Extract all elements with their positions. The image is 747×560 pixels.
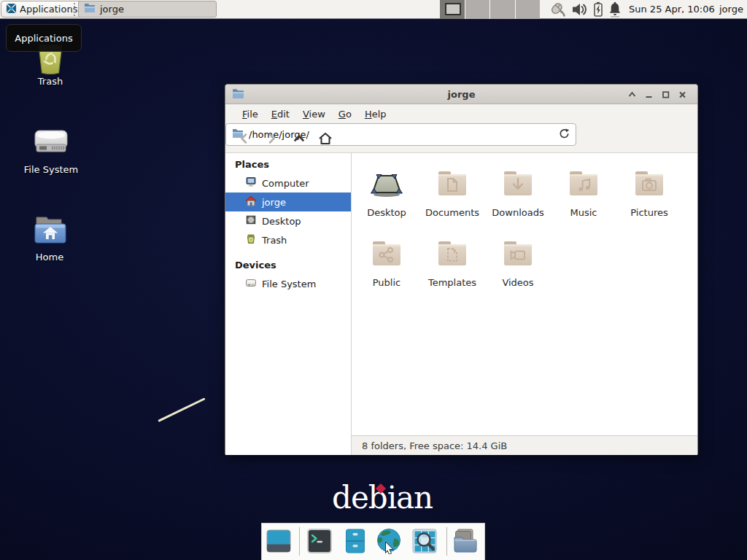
terminal-emulator-icon[interactable] bbox=[306, 528, 333, 554]
sidebar-item-trash[interactable]: Trash bbox=[225, 230, 351, 249]
show-desktop-icon[interactable] bbox=[266, 528, 292, 554]
workspace-2[interactable] bbox=[465, 0, 490, 19]
titlebar[interactable]: jorge bbox=[225, 85, 697, 104]
dock-separator bbox=[446, 527, 447, 556]
file-manager-icon[interactable] bbox=[342, 528, 368, 554]
workspace-4[interactable] bbox=[515, 0, 541, 19]
folder-documents[interactable]: Documents bbox=[419, 163, 485, 230]
workspace-window-miniature bbox=[445, 3, 461, 15]
toolbar bbox=[225, 123, 697, 153]
sidebar-item-label: File System bbox=[262, 279, 316, 289]
debian-wallpaper-logo: debian bbox=[332, 482, 434, 517]
forward-button[interactable] bbox=[262, 129, 281, 148]
applications-menu-icon bbox=[6, 3, 17, 16]
application-finder-icon[interactable] bbox=[411, 528, 438, 554]
folder-videos[interactable]: Videos bbox=[485, 233, 551, 300]
folder-music[interactable]: Music bbox=[551, 163, 616, 230]
panel-handle[interactable] bbox=[74, 3, 77, 16]
folder-pictures[interactable]: Pictures bbox=[616, 163, 682, 230]
workspace-3[interactable] bbox=[489, 0, 515, 19]
desktop-icon-home[interactable] bbox=[34, 216, 67, 247]
documents-folder-icon bbox=[435, 166, 470, 201]
drive-small-icon bbox=[245, 277, 257, 290]
applications-tooltip-text: Applications bbox=[15, 33, 72, 44]
maximize-button[interactable] bbox=[659, 89, 672, 100]
sidebar-item-label: Computer bbox=[262, 178, 309, 189]
notifications-bell-icon[interactable] bbox=[607, 1, 623, 18]
videos-folder-icon bbox=[500, 236, 535, 271]
top-panel: Applications jorge Sun 25 Apr, 10:06 jor… bbox=[0, 0, 747, 19]
window-title: jorge bbox=[448, 89, 476, 100]
sidebar-item-jorge[interactable]: jorge bbox=[225, 192, 351, 211]
menu-edit[interactable]: Edit bbox=[265, 106, 296, 122]
folder-desktop[interactable]: Desktop bbox=[354, 163, 419, 230]
taskbar-button-label: jorge bbox=[100, 4, 124, 15]
input-device-icon[interactable] bbox=[546, 1, 568, 18]
sidebar-item-label: jorge bbox=[262, 197, 286, 208]
up-button[interactable] bbox=[290, 129, 309, 148]
clock[interactable]: Sun 25 Apr, 10:06 bbox=[629, 0, 715, 19]
sidebar-item-label: Desktop bbox=[262, 216, 301, 227]
menu-help[interactable]: Help bbox=[358, 106, 393, 122]
close-button[interactable] bbox=[676, 89, 689, 100]
places-header: Places bbox=[225, 153, 351, 174]
user-menu[interactable]: jorge bbox=[719, 0, 743, 19]
devices-header: Devices bbox=[225, 249, 351, 274]
back-button[interactable] bbox=[235, 129, 254, 148]
menu-go[interactable]: Go bbox=[332, 106, 358, 122]
public-folder-icon bbox=[369, 236, 404, 271]
window-folder-icon bbox=[232, 88, 244, 101]
dock-separator bbox=[299, 527, 300, 556]
applications-menu-label: Applications bbox=[20, 4, 77, 15]
taskbar-button-jorge[interactable]: jorge bbox=[78, 1, 217, 18]
sidebar-item-desktop[interactable]: Desktop bbox=[225, 211, 351, 230]
statusbar: 8 folders, Free space: 14.4 GiB bbox=[352, 435, 697, 455]
taskbar-folder-icon bbox=[84, 3, 96, 15]
home-button[interactable] bbox=[316, 129, 335, 148]
sidebar-item-computer[interactable]: Computer bbox=[225, 174, 351, 192]
computer-icon bbox=[245, 176, 257, 190]
music-folder-icon bbox=[566, 166, 601, 201]
file-manager-window: jorge File Edit View Go Help bbox=[225, 84, 698, 455]
menu-view[interactable]: View bbox=[296, 106, 332, 122]
hard-drive-icon bbox=[34, 128, 68, 156]
applications-tooltip: Applications bbox=[6, 24, 82, 52]
desktop-icon-home-label: Home bbox=[20, 252, 79, 262]
volume-icon[interactable] bbox=[570, 1, 588, 18]
trash-small-icon bbox=[245, 233, 257, 246]
dock-panel bbox=[261, 523, 485, 560]
workspace-pager[interactable] bbox=[440, 0, 540, 19]
shade-button[interactable] bbox=[625, 89, 638, 100]
side-pane: Places Computer jorge Desktop Trash Devi bbox=[225, 153, 352, 455]
desktop-artifact-line bbox=[158, 397, 205, 422]
menu-file[interactable]: File bbox=[236, 106, 265, 122]
desktop-icon-filesystem[interactable] bbox=[34, 128, 68, 158]
web-browser-icon[interactable] bbox=[376, 528, 402, 554]
folder-public[interactable]: Public bbox=[354, 233, 419, 300]
reload-icon[interactable] bbox=[559, 128, 570, 141]
applications-menu-button[interactable]: Applications bbox=[1, 1, 82, 18]
battery-charging-icon[interactable] bbox=[590, 1, 606, 18]
workspace-1[interactable] bbox=[440, 0, 465, 19]
icon-view[interactable]: Desktop Documents Downloads bbox=[352, 153, 697, 435]
home-icon bbox=[245, 195, 257, 209]
menubar: File Edit View Go Help bbox=[225, 104, 697, 123]
folder-downloads[interactable]: Downloads bbox=[485, 163, 551, 230]
desktop-icon bbox=[369, 166, 404, 201]
home-folder-icon bbox=[34, 216, 67, 245]
sidebar-item-filesystem[interactable]: File System bbox=[225, 274, 351, 293]
desktop-icon-filesystem-label: File System bbox=[15, 164, 88, 175]
downloads-folder-icon bbox=[500, 166, 535, 201]
sidebar-item-label: Trash bbox=[262, 235, 287, 246]
pictures-folder-icon bbox=[632, 166, 667, 201]
folder-templates[interactable]: Templates bbox=[419, 233, 485, 300]
statusbar-text: 8 folders, Free space: 14.4 GiB bbox=[362, 440, 507, 451]
templates-folder-icon bbox=[435, 236, 470, 271]
directory-menu-icon[interactable] bbox=[452, 528, 479, 554]
minimize-button[interactable] bbox=[642, 89, 655, 100]
desktop-place-icon bbox=[245, 214, 257, 228]
